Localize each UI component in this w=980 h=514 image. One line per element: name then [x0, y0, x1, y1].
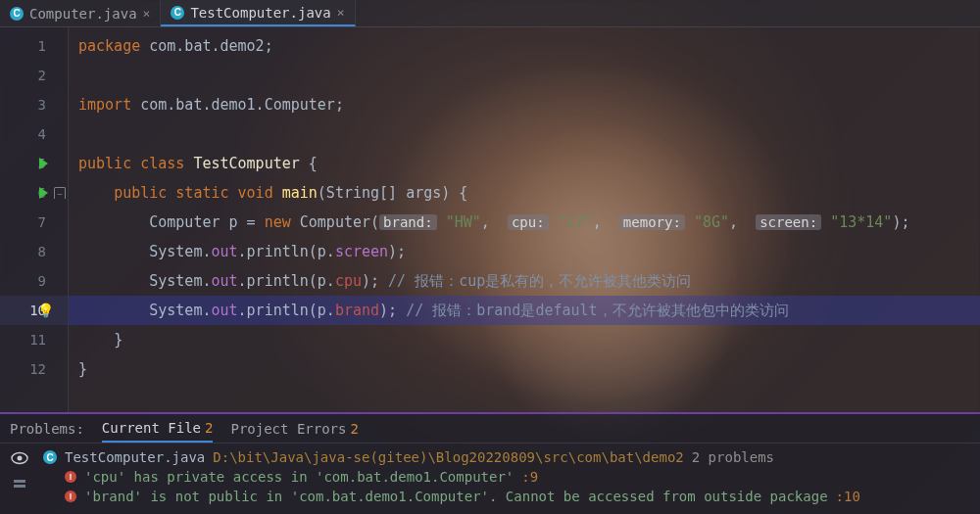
code-line[interactable]: import com.bat.demo1.Computer;	[69, 90, 980, 119]
tab-testcomputer-java[interactable]: C TestComputer.java ×	[161, 0, 355, 26]
param-hint: cpu:	[508, 214, 549, 230]
problem-item[interactable]: ! 'brand' is not public in 'com.bat.demo…	[43, 487, 974, 506]
line-number[interactable]: 9	[0, 266, 68, 296]
param-hint: memory:	[619, 214, 685, 230]
gutter: 1 2 3 4 5 6− 7 8 9 💡10 11 12	[0, 27, 69, 412]
code-area[interactable]: package com.bat.demo2; import com.bat.de…	[69, 27, 980, 412]
problems-label: Problems:	[10, 414, 84, 443]
java-class-icon: C	[43, 450, 57, 464]
line-number[interactable]: 2	[0, 61, 68, 90]
line-number[interactable]: 💡10	[0, 296, 68, 325]
line-number[interactable]: 6−	[0, 178, 68, 208]
param-hint: brand:	[379, 214, 437, 230]
file-name: TestComputer.java	[65, 449, 205, 465]
code-line[interactable]: Computer p = new Computer(brand: "HW", c…	[69, 208, 980, 237]
java-class-icon: C	[171, 6, 184, 20]
tab-computer-java[interactable]: C Computer.java ×	[0, 0, 161, 26]
tab-project-errors[interactable]: Project Errors2	[230, 414, 358, 443]
run-gutter-icon[interactable]	[39, 187, 48, 199]
editor-tabs: C Computer.java × C TestComputer.java ×	[0, 0, 980, 27]
panel-tabs: Problems: Current File2 Project Errors2	[0, 414, 980, 444]
error-icon: !	[65, 471, 76, 483]
line-number[interactable]: 11	[0, 325, 68, 354]
code-line[interactable]: }	[69, 325, 980, 354]
problems-list: C TestComputer.java D:\bit\Java\java-se(…	[39, 444, 980, 514]
lightbulb-icon[interactable]: 💡	[37, 303, 54, 318]
tab-current-file[interactable]: Current File2	[102, 414, 214, 443]
line-number[interactable]: 4	[0, 119, 68, 149]
collapse-icon[interactable]	[10, 475, 29, 492]
line-number[interactable]: 7	[0, 208, 68, 237]
inspect-icon[interactable]	[10, 449, 29, 467]
code-line[interactable]: public class TestComputer {	[69, 149, 980, 178]
problem-message: 'brand' is not public in 'com.bat.demo1.…	[84, 489, 828, 504]
tab-label: Computer.java	[29, 6, 137, 22]
code-line[interactable]: }	[69, 354, 980, 384]
line-number[interactable]: 3	[0, 90, 68, 119]
java-class-icon: C	[10, 7, 24, 21]
code-line[interactable]	[69, 61, 980, 90]
code-line[interactable]: System.out.println(p.cpu); // 报错：cup是私有的…	[69, 266, 980, 296]
file-path: D:\bit\Java\java-se(gitee)\Blog20220809\…	[213, 449, 683, 465]
close-icon[interactable]: ×	[143, 6, 151, 21]
line-number[interactable]: 5	[0, 149, 68, 178]
svg-rect-2	[14, 480, 25, 483]
code-editor[interactable]: 1 2 3 4 5 6− 7 8 9 💡10 11 12 package com…	[0, 27, 980, 412]
code-line[interactable]: public static void main(String[] args) {	[69, 178, 980, 208]
svg-point-1	[18, 456, 23, 461]
problem-location: :10	[836, 489, 860, 504]
tab-label: TestComputer.java	[190, 5, 330, 21]
problems-panel: Problems: Current File2 Project Errors2 …	[0, 412, 980, 514]
code-line[interactable]: System.out.println(p.brand); // 报错：brand…	[69, 296, 980, 325]
problem-message: 'cpu' has private access in 'com.bat.dem…	[84, 469, 514, 485]
run-gutter-icon[interactable]	[39, 158, 48, 169]
line-number[interactable]: 12	[0, 354, 68, 384]
error-icon: !	[65, 491, 76, 502]
panel-side-toolbar	[0, 444, 39, 514]
problem-location: :9	[521, 469, 538, 485]
code-line[interactable]: System.out.println(p.screen);	[69, 237, 980, 266]
line-number[interactable]: 8	[0, 237, 68, 266]
code-line[interactable]: package com.bat.demo2;	[69, 31, 980, 61]
problems-file-header[interactable]: C TestComputer.java D:\bit\Java\java-se(…	[43, 447, 974, 467]
close-icon[interactable]: ×	[337, 5, 345, 20]
code-line[interactable]	[69, 119, 980, 149]
problem-item[interactable]: ! 'cpu' has private access in 'com.bat.d…	[43, 467, 974, 487]
fold-icon[interactable]: −	[54, 187, 66, 199]
line-number[interactable]: 1	[0, 31, 68, 61]
problem-count: 2 problems	[692, 449, 774, 465]
error-count-badge: 2	[350, 421, 358, 437]
param-hint: screen:	[756, 214, 821, 230]
error-count-badge: 2	[205, 420, 213, 436]
svg-rect-3	[14, 485, 25, 488]
